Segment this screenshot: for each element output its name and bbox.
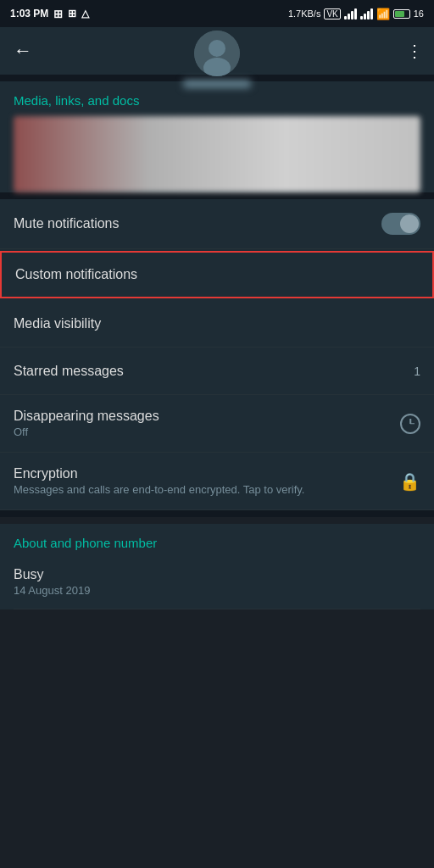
media-preview[interactable] <box>14 116 420 192</box>
about-status-item[interactable]: Busy 14 August 2019 <box>14 559 420 609</box>
disappearing-messages-title: Disappearing messages <box>14 409 159 424</box>
starred-messages-title: Starred messages <box>14 364 124 379</box>
facebook-icon: ⊞ <box>53 8 63 20</box>
encryption-title: Encryption <box>14 466 391 481</box>
starred-messages-left: Starred messages <box>14 364 124 379</box>
time: 1:03 PM <box>10 8 48 19</box>
signal-bars-icon <box>344 8 357 19</box>
encryption-subtitle: Messages and calls are end-to-end encryp… <box>14 483 391 496</box>
about-section-title: About and phone number <box>14 536 420 550</box>
custom-notifications-left: Custom notifications <box>15 267 137 282</box>
disappearing-messages-subtitle: Off <box>14 426 159 438</box>
lock-icon: 🔒 <box>399 471 420 492</box>
settings-list: Mute notifications Custom notifications … <box>0 199 434 510</box>
media-visibility-title: Media visibility <box>14 316 101 331</box>
media-section-title: Media, links, and docs <box>14 93 420 108</box>
status-right: 1.7KB/s VK 📶 16 <box>288 8 424 20</box>
toggle-knob <box>400 214 419 233</box>
starred-messages-item[interactable]: Starred messages 1 <box>0 348 434 395</box>
signal-bars-2-icon <box>360 8 373 19</box>
mute-notifications-left: Mute notifications <box>14 216 120 231</box>
about-status-title: Busy <box>14 567 420 582</box>
clock-icon <box>400 414 420 434</box>
battery-icon <box>393 9 410 19</box>
custom-notifications-title: Custom notifications <box>15 267 137 282</box>
battery-level: 16 <box>414 8 424 19</box>
starred-messages-right: 1 <box>414 364 420 378</box>
back-button[interactable]: ← <box>10 36 36 65</box>
media-visibility-left: Media visibility <box>14 316 101 331</box>
encryption-right: 🔒 <box>399 471 420 492</box>
starred-messages-count: 1 <box>414 364 420 378</box>
mute-notifications-title: Mute notifications <box>14 216 120 231</box>
avatar-svg <box>194 31 240 76</box>
mute-notifications-right <box>381 213 420 235</box>
about-section: About and phone number Busy 14 August 20… <box>0 524 434 609</box>
media-section: Media, links, and docs <box>0 81 434 192</box>
contact-name-blurred <box>183 80 251 88</box>
wifi-icon: 📶 <box>376 8 390 20</box>
divider-before-about <box>0 510 434 517</box>
encryption-item[interactable]: Encryption Messages and calls are end-to… <box>0 453 434 510</box>
mute-notifications-item[interactable]: Mute notifications <box>0 199 434 249</box>
disappearing-messages-right <box>400 414 420 434</box>
contact-avatar-container <box>183 31 251 88</box>
grid-icon: ⊞ <box>68 8 76 19</box>
avatar <box>194 31 240 76</box>
toolbar: ← ⋮ <box>0 27 434 75</box>
more-options-button[interactable]: ⋮ <box>406 41 424 61</box>
divider-after-media <box>0 192 434 199</box>
custom-notifications-item[interactable]: Custom notifications <box>0 251 434 298</box>
notification-icon: △ <box>81 8 89 19</box>
about-status-subtitle: 14 August 2019 <box>14 584 420 597</box>
disappearing-messages-left: Disappearing messages Off <box>14 409 159 438</box>
status-bar: 1:03 PM ⊞ ⊞ △ 1.7KB/s VK 📶 16 <box>0 0 434 27</box>
disappearing-messages-item[interactable]: Disappearing messages Off <box>0 395 434 453</box>
network-speed: 1.7KB/s <box>288 8 321 19</box>
status-left: 1:03 PM ⊞ ⊞ △ <box>10 8 89 20</box>
mute-notifications-toggle[interactable] <box>381 213 420 235</box>
network-type-icon: VK <box>324 8 340 19</box>
svg-point-1 <box>209 40 225 57</box>
encryption-left: Encryption Messages and calls are end-to… <box>14 466 399 496</box>
media-visibility-item[interactable]: Media visibility <box>0 300 434 348</box>
